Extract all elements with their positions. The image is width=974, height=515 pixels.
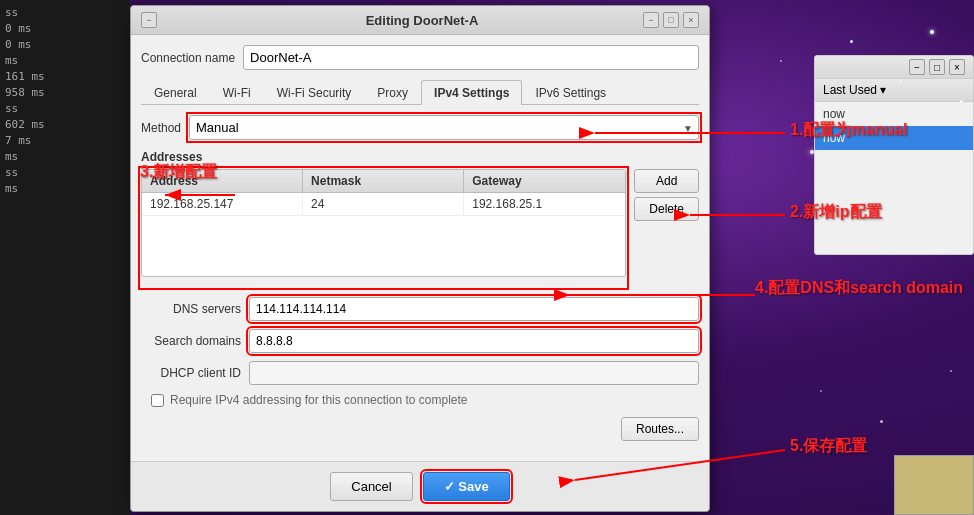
annotation-1: 1.配置为manual [790,120,907,141]
dns-label: DNS servers [141,302,241,316]
nm-maximize-btn[interactable]: □ [929,59,945,75]
delete-address-button[interactable]: Delete [634,197,699,221]
terminal-line: ms [5,181,125,197]
last-used-label: Last Used ▾ [823,83,886,97]
tab-proxy[interactable]: Proxy [364,80,421,105]
annotation-4: 4.配置DNS和search domain [755,278,963,299]
add-address-button[interactable]: Add [634,169,699,193]
editing-dialog: − Editing DoorNet-A − □ × Connection nam… [130,5,710,512]
annotation-3: 3.新增配置 [140,162,217,183]
dhcp-row: DHCP client ID [141,361,699,385]
tab-wifi[interactable]: Wi-Fi [210,80,264,105]
terminal-line: ss [5,5,125,21]
connection-name-row: Connection name [141,45,699,70]
gateway-col-header: Gateway [464,170,625,192]
addresses-buttons: Add Delete [634,169,699,287]
nm-minimize-btn[interactable]: − [909,59,925,75]
nm-connections-panel: − □ × Last Used ▾ now now [814,55,974,255]
dhcp-input[interactable] [249,361,699,385]
method-select[interactable]: Manual Automatic (DHCP) Link-Local Only … [189,115,699,140]
save-button[interactable]: ✓ Save [423,472,510,501]
terminal-line: 161 ms [5,69,125,85]
method-select-wrapper: Manual Automatic (DHCP) Link-Local Only … [189,115,699,140]
dialog-title: Editing DoorNet-A [201,13,643,28]
connection-name-label: Connection name [141,51,235,65]
cancel-button[interactable]: Cancel [330,472,412,501]
tab-ipv6-settings[interactable]: IPv6 Settings [522,80,619,105]
routes-button[interactable]: Routes... [621,417,699,441]
addresses-empty-area [142,216,625,276]
address-cell: 192.168.25.147 [142,193,303,215]
addresses-table: Address Netmask Gateway 192.168.25.147 2… [141,169,626,277]
ipv4-require-checkbox[interactable] [151,394,164,407]
terminal-line: 0 ms [5,37,125,53]
close-btn[interactable]: × [683,12,699,28]
addresses-title: Addresses [141,150,699,164]
ipv4-require-label: Require IPv4 addressing for this connect… [170,393,468,407]
terminal-line: ss [5,101,125,117]
tab-bar: General Wi-Fi Wi-Fi Security Proxy IPv4 … [141,80,699,105]
nm-close-btn[interactable]: × [949,59,965,75]
dns-servers-row: DNS servers [141,297,699,321]
search-label: Search domains [141,334,241,348]
nm-item-label: now [823,107,845,121]
terminal-panel: ss 0 ms 0 ms ms 161 ms 958 ms ss 602 ms … [0,0,130,515]
table-row[interactable]: 192.168.25.147 24 192.168.25.1 [142,193,625,216]
method-label: Method [141,121,181,135]
gateway-cell: 192.168.25.1 [464,193,625,215]
minimize-btn[interactable]: − [643,12,659,28]
tab-wifi-security[interactable]: Wi-Fi Security [264,80,365,105]
terminal-line: 0 ms [5,21,125,37]
connection-name-input[interactable] [243,45,699,70]
thumbnail-image [894,455,974,515]
addresses-table-area: Address Netmask Gateway 192.168.25.147 2… [141,169,626,287]
terminal-line: ms [5,53,125,69]
tab-general[interactable]: General [141,80,210,105]
search-domains-row: Search domains [141,329,699,353]
tab-ipv4-settings[interactable]: IPv4 Settings [421,80,522,105]
addresses-section: Address Netmask Gateway 192.168.25.147 2… [141,169,699,287]
nm-last-used[interactable]: Last Used ▾ [815,79,973,102]
terminal-line: 7 ms [5,133,125,149]
dialog-content: Connection name General Wi-Fi Wi-Fi Secu… [131,35,709,461]
annotation-5: 5.保存配置 [790,436,867,457]
search-input[interactable] [249,329,699,353]
minimize-button[interactable]: − [141,12,157,28]
dns-input[interactable] [249,297,699,321]
dialog-footer: Cancel ✓ Save [131,461,709,511]
maximize-btn[interactable]: □ [663,12,679,28]
terminal-line: 958 ms [5,85,125,101]
dialog-titlebar: − Editing DoorNet-A − □ × [131,6,709,35]
annotation-2: 2.新增ip配置 [790,202,882,223]
nm-panel-header: − □ × [815,56,973,79]
netmask-col-header: Netmask [303,170,464,192]
ipv4-require-row: Require IPv4 addressing for this connect… [151,393,699,407]
method-row: Method Manual Automatic (DHCP) Link-Loca… [141,115,699,140]
terminal-line: 602 ms [5,117,125,133]
terminal-line: ss [5,165,125,181]
routes-row: Routes... [141,417,699,441]
dhcp-label: DHCP client ID [141,366,241,380]
terminal-line: ms [5,149,125,165]
netmask-cell: 24 [303,193,464,215]
